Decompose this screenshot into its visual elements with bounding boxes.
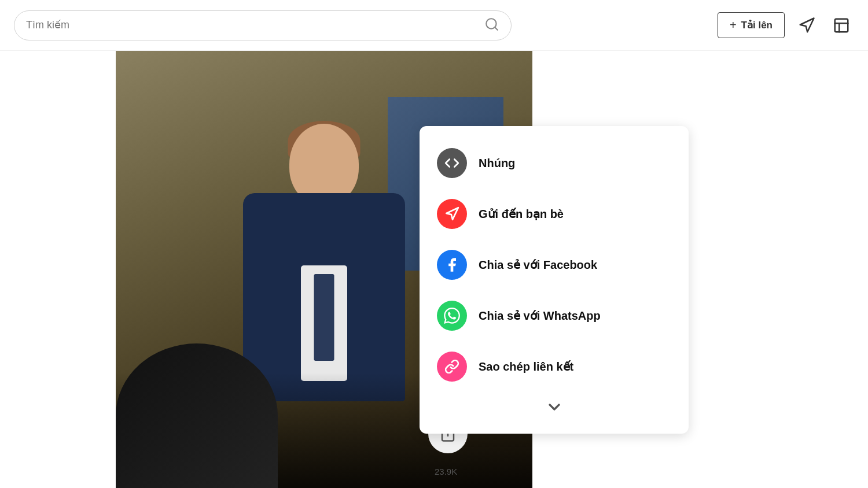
main-content: Nhúng Gửi đến bạn bè Chia sẻ với Faceboo…: [0, 51, 868, 488]
person-head: [289, 124, 359, 205]
search-icon: [484, 17, 499, 34]
copy-link-icon-circle: [437, 352, 467, 382]
send-icon-button[interactable]: [794, 13, 819, 38]
share-whatsapp-item[interactable]: Chia sẻ với WhatsApp: [420, 290, 689, 341]
header-actions: + Tải lên: [718, 12, 854, 38]
embed-label: Nhúng: [479, 157, 515, 170]
embed-icon: [444, 156, 459, 171]
show-more-button[interactable]: [420, 392, 689, 422]
copy-link-label: Sao chép liên kết: [479, 360, 573, 374]
facebook-icon-circle: [437, 250, 467, 280]
share-embed-item[interactable]: Nhúng: [420, 138, 689, 188]
share-facebook-item[interactable]: Chia sẻ với Facebook: [420, 239, 689, 290]
inbox-icon-button[interactable]: [829, 13, 854, 38]
send-friend-label: Gửi đến bạn bè: [479, 207, 564, 221]
person-tie: [314, 274, 334, 361]
embed-icon-circle: [437, 148, 467, 178]
whatsapp-label: Chia sẻ với WhatsApp: [479, 309, 601, 323]
svg-marker-2: [800, 18, 814, 32]
search-input[interactable]: [26, 19, 479, 31]
whatsapp-icon: [444, 308, 460, 324]
send-friend-icon: [444, 206, 459, 221]
svg-rect-3: [835, 19, 848, 32]
share-copy-link-item[interactable]: Sao chép liên kết: [420, 341, 689, 392]
chevron-down-icon: [545, 398, 564, 416]
share-count: 23.9K: [435, 467, 457, 476]
foreground-person: [116, 343, 278, 488]
share-send-friend-item[interactable]: Gửi đến bạn bè: [420, 188, 689, 239]
facebook-icon: [444, 257, 460, 273]
upload-label: Tải lên: [741, 19, 773, 31]
copy-link-icon: [444, 359, 459, 374]
facebook-label: Chia sẻ với Facebook: [479, 258, 597, 272]
svg-marker-4: [446, 208, 458, 220]
search-bar[interactable]: [14, 10, 512, 40]
upload-button[interactable]: + Tải lên: [718, 12, 785, 38]
person-suit: [243, 193, 405, 401]
send-friend-icon-circle: [437, 199, 467, 229]
whatsapp-icon-circle: [437, 301, 467, 331]
share-panel: Nhúng Gửi đến bạn bè Chia sẻ với Faceboo…: [420, 126, 689, 434]
person-figure: [231, 124, 417, 401]
header: + Tải lên: [0, 0, 868, 51]
svg-line-1: [495, 27, 498, 30]
upload-plus-icon: +: [730, 19, 737, 32]
